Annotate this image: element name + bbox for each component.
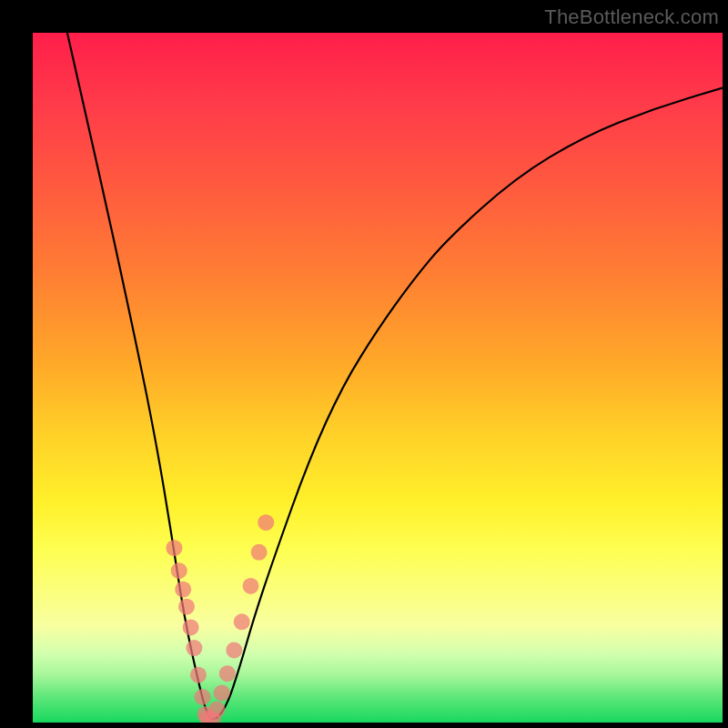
sample-point [226,642,242,658]
sample-point [219,665,236,682]
sample-point [190,667,207,683]
sample-point [186,640,202,656]
sample-point [171,562,187,579]
sample-point [243,578,259,594]
sample-point [234,613,250,630]
sample-point [175,581,191,598]
sample-point [208,702,225,718]
sample-point [195,689,211,705]
sample-point [166,540,182,556]
sample-point [178,599,195,615]
sample-point [214,684,230,701]
bottleneck-curve [67,33,723,719]
chart-frame: TheBottleneck.com [0,0,728,728]
sample-point [183,619,199,635]
chart-svg [33,33,723,723]
watermark-text: TheBottleneck.com [544,5,719,29]
sample-points-group [166,514,274,723]
sample-point [258,514,274,531]
plot-area [33,33,723,723]
sample-point [251,544,268,561]
